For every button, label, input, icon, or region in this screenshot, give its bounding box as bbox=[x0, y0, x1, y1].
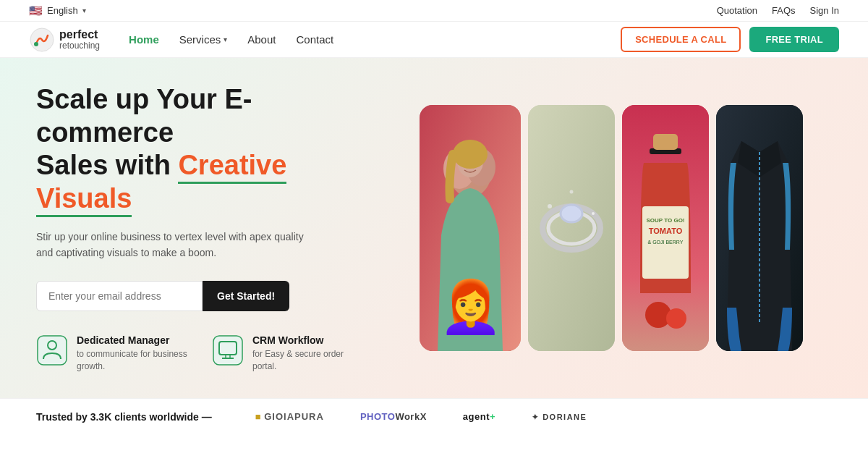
navbar-left: perfect retouching Home Services ▾ About… bbox=[29, 27, 333, 53]
nav-about[interactable]: About bbox=[247, 33, 276, 46]
feature-crm-text: CRM Workflow for Easy & secure order por… bbox=[252, 334, 347, 373]
hero-title-line2: Sales with bbox=[36, 150, 178, 180]
trusted-text: Trusted by 3.3K clients worldwide — bbox=[36, 411, 212, 423]
brand-logos: ■ GIOIAPURA PHOTOWorkX agent+ ✦ DORIANE bbox=[255, 411, 587, 422]
navbar-right: SCHEDULE A CALL FREE TRIAL bbox=[621, 27, 839, 52]
hero-title: Scale up Your E-commerce Sales with Crea… bbox=[36, 83, 347, 215]
svg-rect-4 bbox=[213, 336, 242, 365]
nav-services[interactable]: Services ▾ bbox=[179, 33, 228, 46]
svg-text:SOUP TO GO!: SOUP TO GO! bbox=[646, 217, 684, 224]
feature-manager-title: Dedicated Manager bbox=[77, 334, 192, 346]
feature-crm-desc: for Easy & secure order portal. bbox=[252, 348, 347, 373]
product-card-women bbox=[420, 105, 521, 351]
svg-text:& GOJI BERRY: & GOJI BERRY bbox=[648, 240, 684, 245]
svg-point-19 bbox=[592, 212, 595, 215]
feature-manager-desc: to communicate for business growth. bbox=[77, 348, 192, 373]
svg-rect-23 bbox=[653, 134, 678, 150]
product-card-jewelry bbox=[528, 105, 615, 351]
get-started-button[interactable]: Get Started! bbox=[203, 281, 289, 311]
navbar: perfect retouching Home Services ▾ About… bbox=[0, 22, 868, 58]
quotation-link[interactable]: Quotation bbox=[717, 5, 757, 16]
features-row: Dedicated Manager to communicate for bus… bbox=[36, 334, 347, 373]
svg-point-29 bbox=[666, 308, 686, 329]
feature-crm: CRM Workflow for Easy & secure order por… bbox=[212, 334, 347, 373]
free-trial-button[interactable]: FREE TRIAL bbox=[749, 27, 839, 52]
language-chevron-icon: ▾ bbox=[82, 7, 86, 14]
svg-point-13 bbox=[453, 140, 488, 169]
svg-point-20 bbox=[570, 190, 574, 194]
language-selector[interactable]: 🇺🇸 English ▾ bbox=[29, 4, 86, 17]
svg-point-17 bbox=[561, 205, 582, 222]
language-label: English bbox=[47, 5, 78, 16]
brand-agentplus: agent+ bbox=[463, 411, 495, 422]
logo[interactable]: perfect retouching bbox=[29, 27, 100, 53]
nav-links: Home Services ▾ About Contact bbox=[129, 33, 333, 46]
email-input[interactable] bbox=[36, 281, 203, 311]
feature-crm-title: CRM Workflow bbox=[252, 334, 347, 346]
services-chevron-icon: ▾ bbox=[224, 35, 227, 43]
svg-point-18 bbox=[548, 204, 552, 208]
email-row: Get Started! bbox=[36, 281, 347, 311]
brand-photoworkx: PHOTOWorkX bbox=[360, 411, 427, 422]
hero-section: Scale up Your E-commerce Sales with Crea… bbox=[0, 58, 868, 398]
hero-subtitle: Stir up your online business to vertex l… bbox=[36, 229, 311, 261]
nav-contact[interactable]: Contact bbox=[296, 33, 333, 46]
topbar-links: Quotation FAQs Sign In bbox=[717, 5, 839, 16]
product-card-jacket bbox=[716, 105, 803, 351]
topbar: 🇺🇸 English ▾ Quotation FAQs Sign In bbox=[0, 0, 868, 22]
dedicated-manager-icon bbox=[36, 334, 68, 366]
logo-icon bbox=[29, 27, 55, 53]
hero-title-line1: Scale up Your E-commerce bbox=[36, 84, 252, 148]
feature-dedicated-manager: Dedicated Manager to communicate for bus… bbox=[36, 334, 192, 373]
faqs-link[interactable]: FAQs bbox=[772, 5, 796, 16]
nav-home[interactable]: Home bbox=[129, 33, 159, 46]
trusted-bar: Trusted by 3.3K clients worldwide — ■ GI… bbox=[0, 398, 868, 434]
crm-workflow-icon bbox=[212, 334, 244, 366]
svg-text:TOMATO: TOMATO bbox=[649, 227, 683, 235]
svg-point-1 bbox=[34, 42, 38, 46]
hero-right: SOUP TO GO! TOMATO & GOJI BERRY bbox=[376, 58, 868, 398]
logo-bold: perfect bbox=[59, 28, 100, 41]
feature-manager-text: Dedicated Manager to communicate for bus… bbox=[77, 334, 192, 373]
logo-light: retouching bbox=[59, 41, 100, 51]
schedule-call-button[interactable]: SCHEDULE A CALL bbox=[621, 27, 741, 52]
brand-gioiapura: ■ GIOIAPURA bbox=[255, 411, 324, 422]
flag-icon: 🇺🇸 bbox=[29, 4, 43, 17]
brand-doriane: ✦ DORIANE bbox=[532, 411, 587, 422]
product-card-sauce: SOUP TO GO! TOMATO & GOJI BERRY bbox=[622, 105, 709, 351]
hero-left: Scale up Your E-commerce Sales with Crea… bbox=[0, 58, 376, 398]
logo-text: perfect retouching bbox=[59, 28, 100, 51]
signin-link[interactable]: Sign In bbox=[810, 5, 839, 16]
